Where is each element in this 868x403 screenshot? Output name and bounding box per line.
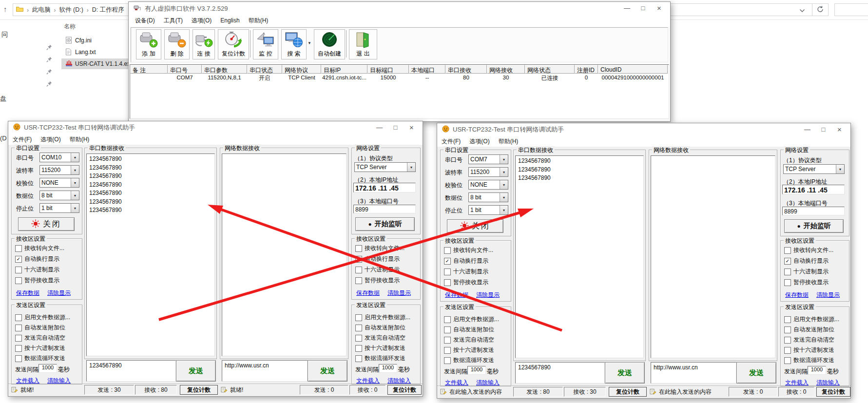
explorer-search-box[interactable] [834,3,868,16]
menu-item[interactable]: 帮助(H) [494,136,523,147]
send-interval-input[interactable]: 1000 [39,364,57,373]
chevron-down-icon[interactable]: ▼ [71,191,79,200]
menu-item[interactable]: 文件(F) [8,134,36,145]
checkbox-row[interactable]: 十六进制显示 [444,268,488,276]
checkbox[interactable] [355,325,362,331]
chevron-down-icon[interactable]: ▼ [500,193,508,202]
action-link[interactable]: 保存数据 [445,291,468,299]
checkbox[interactable] [444,316,451,323]
table-header-cell[interactable]: 网络接收 [487,65,525,74]
up-arrow-icon[interactable]: ↑ [3,5,7,13]
serial-field-dropdown[interactable]: COM7▼ [468,154,508,164]
checkbox-row[interactable]: 接收转向文件... [444,246,493,254]
table-header-cell[interactable]: 备 注 [130,65,168,74]
status-cell-reset-button[interactable]: 复位计数 [180,385,218,395]
menu-item[interactable]: English [216,16,244,25]
local-port-input[interactable]: 8899 [782,207,845,215]
maximize-button[interactable]: □ [815,123,831,136]
send-interval-input[interactable]: 1000 [467,366,486,375]
menu-item[interactable]: 工具(T) [159,15,187,26]
toolbar-button[interactable]: 监 控 [253,29,278,59]
chevron-down-icon[interactable]: ▼ [71,153,79,162]
checkbox-row[interactable]: 启用文件数据源... [444,315,499,324]
serial-field-dropdown[interactable]: 115200▼ [39,165,79,175]
checkbox-row[interactable]: 十六进制显示 [355,266,400,274]
toolbar-button[interactable]: 自动创建 [314,29,345,59]
list-item[interactable]: Lang.txt [61,47,128,58]
minimize-button[interactable]: — [371,121,387,134]
checkbox-row[interactable]: 按十六进制发送 [355,344,405,352]
status-cell-reset-button[interactable]: 复位计数 [387,385,422,395]
network-receive-area[interactable] [222,154,347,356]
checkbox-row[interactable]: 按十六进制发送 [444,346,494,354]
chevron-down-icon[interactable]: ▼ [500,168,508,176]
table-header-cell[interactable]: CloudID [598,65,668,74]
chevron-down-icon[interactable]: ▼ [500,180,508,189]
checkbox[interactable] [784,357,791,364]
checkbox[interactable] [15,277,22,284]
checkbox-row[interactable]: 自动发送附加位 [444,326,494,334]
serial-close-button[interactable]: 关闭 [447,219,503,233]
table-header-cell[interactable]: 注册ID [575,65,598,74]
menu-item[interactable]: 帮助(H) [244,15,273,26]
table-header-cell[interactable]: 串口接收 [445,65,487,74]
status-cell-reset-button[interactable]: 复位计数 [816,387,850,397]
checkbox[interactable] [784,337,791,344]
checkbox[interactable] [784,269,791,275]
checkbox-row[interactable]: 发送完自动清空 [784,336,834,344]
close-button[interactable]: × [831,123,848,136]
status-cell-reset-button[interactable]: 复位计数 [609,387,647,397]
checkbox[interactable]: ✓ [15,256,22,263]
checkbox-row[interactable]: 发送完自动清空 [355,334,405,342]
refresh-icon[interactable] [817,6,824,14]
table-header-cell[interactable]: 串口参数 [202,65,247,74]
checkbox-row[interactable]: 按十六进制发送 [784,346,834,354]
table-header-cell[interactable]: 串口号 [168,65,202,74]
table-row[interactable]: COM7115200,N,8,1开启TCP Client4291.cnsh.io… [130,74,669,81]
close-button[interactable]: × [404,121,420,134]
network-send-input[interactable]: http://www.usr.cn [222,360,308,382]
table-header-cell[interactable]: 串口状态 [247,65,282,74]
checkbox[interactable]: ✓ [355,256,362,263]
checkbox[interactable] [15,267,22,273]
checkbox[interactable] [15,314,22,321]
network-send-input[interactable]: http://www.usr.cn [651,362,736,384]
chevron-down-icon[interactable]: ▼ [500,206,508,214]
checkbox[interactable] [355,245,362,252]
checkbox-row[interactable]: ✓自动换行显示 [355,255,400,263]
checkbox[interactable] [444,326,451,333]
menu-item[interactable]: 帮助(H) [65,134,94,145]
maximize-button[interactable]: □ [387,121,404,134]
serial-field-dropdown[interactable]: 115200▼ [468,167,508,177]
toolbar-button[interactable]: 添 加 [136,29,161,59]
chevron-down-icon[interactable]: ▼ [71,166,79,174]
checkbox[interactable] [355,277,362,284]
action-link[interactable]: 清除显示 [816,291,840,299]
send-interval-input[interactable]: 1000 [379,364,397,373]
checkbox[interactable] [444,279,451,286]
breadcrumb-item[interactable]: D: 工作程序 [92,6,124,14]
checkbox[interactable] [355,314,362,321]
checkbox-row[interactable]: 暂停接收显示 [784,278,829,287]
checkbox[interactable] [444,357,451,364]
toolbar-button[interactable]: 删 除 [164,29,190,59]
serial-receive-area[interactable]: 1234567890 1234567890 1234567890 1234567… [86,154,215,356]
checkbox-row[interactable]: 自动发送附加位 [784,326,834,334]
serial-close-button[interactable]: 关闭 [18,217,75,231]
action-link[interactable]: 保存数据 [16,289,39,297]
sidebar-item-fragment[interactable]: 问 [1,30,8,39]
send-interval-input[interactable]: 1000 [808,366,826,375]
serial-field-dropdown[interactable]: 8 bit▼ [39,191,79,200]
checkbox[interactable] [355,355,362,362]
menu-item[interactable]: 选项(O) [465,136,494,147]
table-header-cell[interactable]: 目标端口 [367,65,409,74]
serial-field-dropdown[interactable]: 8 bit▼ [468,192,508,202]
table-header-cell[interactable]: 网络协议 [282,65,321,74]
checkbox[interactable] [355,345,362,352]
action-link[interactable]: 清除显示 [47,289,71,297]
protocol-type-dropdown[interactable]: TCP Server▼ [354,162,416,172]
checkbox[interactable] [784,247,791,254]
checkbox[interactable] [15,325,22,331]
checkbox[interactable] [15,335,22,342]
menu-item[interactable]: 选项(O) [187,15,216,26]
